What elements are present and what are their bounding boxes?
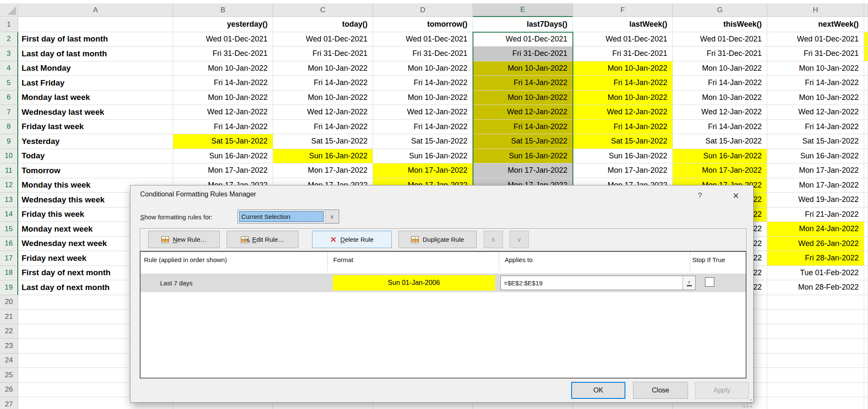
applies-to-field[interactable]: =$E$2:$E$19 ↑ — [500, 276, 696, 290]
cell-B8[interactable]: Fri 14-Jan-2022 — [173, 120, 273, 135]
help-icon[interactable]: ? — [691, 189, 708, 202]
cell-E5[interactable]: Fri 14-Jan-2022 — [473, 76, 573, 91]
close-icon[interactable]: ✕ — [727, 189, 744, 202]
row-header-10[interactable]: 10 — [0, 149, 18, 164]
cell-F10[interactable]: Sun 16-Jan-2022 — [573, 149, 673, 164]
cell-A1[interactable] — [18, 17, 173, 32]
cell-G7[interactable]: Wed 12-Jan-2022 — [673, 105, 767, 120]
cell-I15[interactable] — [864, 222, 868, 237]
cell-A7[interactable]: Wednesday last week — [18, 105, 173, 120]
cell-B6[interactable]: Mon 10-Jan-2022 — [173, 91, 273, 105]
cell-I4[interactable] — [864, 61, 868, 76]
col-header-F[interactable]: F — [573, 3, 673, 17]
cell-I17[interactable] — [864, 251, 868, 266]
cell-G9[interactable]: Sat 15-Jan-2022 — [673, 134, 767, 149]
cell-E11[interactable]: Mon 17-Jan-2022 — [473, 163, 573, 178]
col-header-B[interactable]: B — [173, 3, 273, 17]
cell-G8[interactable]: Fri 14-Jan-2022 — [673, 120, 767, 135]
resize-grip[interactable] — [750, 399, 752, 401]
close-button[interactable]: Close — [633, 382, 688, 399]
cell-E10[interactable]: Sun 16-Jan-2022 — [473, 149, 573, 164]
cell-C8[interactable]: Fri 14-Jan-2022 — [273, 120, 373, 135]
col-header-G[interactable]: G — [673, 3, 767, 17]
cell-I16[interactable] — [864, 237, 868, 251]
delete-rule-button[interactable]: ✕ Delete Rule — [312, 231, 392, 248]
dropdown-selected-value[interactable]: Current Selection — [239, 211, 324, 222]
cell-F9[interactable]: Sat 15-Jan-2022 — [573, 134, 673, 149]
row-header-27[interactable]: 27 — [0, 397, 18, 409]
cell-C9[interactable]: Sat 15-Jan-2022 — [273, 134, 373, 149]
cell-I8[interactable] — [864, 120, 868, 135]
cell-D4[interactable]: Mon 10-Jan-2022 — [373, 61, 473, 76]
row-header-11[interactable]: 11 — [0, 163, 18, 178]
cell-H25[interactable] — [767, 368, 864, 383]
cell-H11[interactable]: Mon 17-Jan-2022 — [767, 163, 864, 178]
row-header-20[interactable]: 20 — [0, 295, 18, 310]
cell-F11[interactable]: Mon 17-Jan-2022 — [573, 163, 673, 178]
row-header-21[interactable]: 21 — [0, 310, 18, 324]
cell-H12[interactable]: Mon 17-Jan-2022 — [767, 178, 864, 193]
cell-F2[interactable]: Wed 01-Dec-2021 — [573, 32, 673, 47]
cell-A6[interactable]: Monday last week — [18, 91, 173, 105]
cell-H23[interactable] — [767, 339, 864, 354]
col-header-C[interactable]: C — [273, 3, 373, 17]
cell-E8[interactable]: Fri 14-Jan-2022 — [473, 120, 573, 135]
row-header-19[interactable]: 19 — [0, 280, 18, 295]
cell-I25[interactable] — [864, 368, 868, 383]
cell-F7[interactable]: Wed 12-Jan-2022 — [573, 105, 673, 120]
cell-I9[interactable] — [864, 134, 868, 149]
cell-C5[interactable]: Fri 14-Jan-2022 — [273, 76, 373, 91]
cell-I3[interactable] — [864, 47, 868, 61]
cell-I20[interactable] — [864, 295, 868, 310]
row-header-9[interactable]: 9 — [0, 134, 18, 149]
row-header-23[interactable]: 23 — [0, 339, 18, 354]
cell-D11[interactable]: Mon 17-Jan-2022 — [373, 163, 473, 178]
cell-D3[interactable]: Fri 31-Dec-2021 — [373, 47, 473, 61]
applies-to-value[interactable]: =$E$2:$E$19 — [501, 279, 683, 287]
cell-I27[interactable] — [864, 397, 868, 409]
cell-D1[interactable]: tomorrow() — [373, 17, 473, 32]
cell-B4[interactable]: Mon 10-Jan-2022 — [173, 61, 273, 76]
cell-H10[interactable]: Sun 16-Jan-2022 — [767, 149, 864, 164]
new-rule-button[interactable]: New Rule… — [148, 231, 220, 248]
cell-F1[interactable]: lastWeek() — [573, 17, 673, 32]
edit-rule-button[interactable]: ✎ Edit Rule… — [227, 231, 299, 248]
cell-H4[interactable]: Mon 10-Jan-2022 — [767, 61, 864, 76]
row-header-22[interactable]: 22 — [0, 324, 18, 339]
cell-H26[interactable] — [767, 383, 864, 398]
rule-row-selected[interactable]: Last 7 days Sun 01-Jan-2006 =$E$2:$E$19 … — [141, 274, 746, 292]
row-header-24[interactable]: 24 — [0, 354, 18, 368]
cell-E3[interactable]: Fri 31-Dec-2021 — [473, 47, 573, 61]
cell-A9[interactable]: Yesterday — [18, 134, 173, 149]
chevron-down-icon[interactable]: ∨ — [325, 210, 339, 223]
cell-I13[interactable] — [864, 193, 868, 207]
row-header-2[interactable]: 2 — [0, 32, 18, 47]
row-header-26[interactable]: 26 — [0, 383, 18, 398]
cell-B7[interactable]: Wed 12-Jan-2022 — [173, 105, 273, 120]
cell-C1[interactable]: today() — [273, 17, 373, 32]
move-rule-up-button[interactable]: ∧ — [484, 231, 503, 248]
cell-H5[interactable]: Fri 14-Jan-2022 — [767, 76, 864, 91]
cell-C4[interactable]: Mon 10-Jan-2022 — [273, 61, 373, 76]
row-header-17[interactable]: 17 — [0, 251, 18, 266]
cell-H6[interactable]: Mon 10-Jan-2022 — [767, 91, 864, 105]
cell-H21[interactable] — [767, 310, 864, 324]
row-header-25[interactable]: 25 — [0, 368, 18, 383]
cell-I21[interactable] — [864, 310, 868, 324]
cell-B5[interactable]: Fri 14-Jan-2022 — [173, 76, 273, 91]
cell-E2[interactable]: Wed 01-Dec-2021 — [473, 32, 573, 47]
cell-D6[interactable]: Mon 10-Jan-2022 — [373, 91, 473, 105]
cell-C7[interactable]: Wed 12-Jan-2022 — [273, 105, 373, 120]
row-header-16[interactable]: 16 — [0, 237, 18, 251]
cell-A3[interactable]: Last day of last month — [18, 47, 173, 61]
row-header-6[interactable]: 6 — [0, 91, 18, 105]
cell-D7[interactable]: Wed 12-Jan-2022 — [373, 105, 473, 120]
cell-C11[interactable]: Mon 17-Jan-2022 — [273, 163, 373, 178]
cell-C2[interactable]: Wed 01-Dec-2021 — [273, 32, 373, 47]
cell-C3[interactable]: Fri 31-Dec-2021 — [273, 47, 373, 61]
row-header-8[interactable]: 8 — [0, 120, 18, 135]
cell-I2[interactable] — [864, 32, 868, 47]
cell-E7[interactable]: Wed 12-Jan-2022 — [473, 105, 573, 120]
ok-button[interactable]: OK — [571, 382, 625, 399]
cell-G5[interactable]: Fri 14-Jan-2022 — [673, 76, 767, 91]
